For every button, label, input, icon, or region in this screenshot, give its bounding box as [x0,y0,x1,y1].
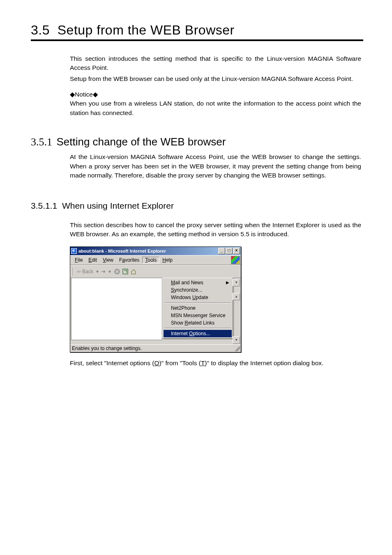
subsubsection-number: 3.5.1.1 [31,201,57,210]
menu-bar: File Edit View Favorites Tools Help [70,255,241,265]
ie-screenshot: about:blank - Microsoft Internet Explore… [70,246,363,352]
tools-dropdown: Mail and News▶ Synchronize... Windows Up… [162,278,233,339]
back-button[interactable]: ⇦ Back [77,269,93,274]
menu-item-show-related-links[interactable]: Show Related Links [164,319,232,327]
dropdown-icon[interactable]: ▾ [107,269,112,274]
menu-item-msn-messenger[interactable]: MSN Messenger Service [164,312,232,319]
menu-separator [164,328,231,329]
subsection-title: Setting change of the WEB browser [56,136,226,148]
window-titlebar[interactable]: about:blank - Microsoft Internet Explore… [70,247,241,255]
home-icon[interactable] [130,268,137,275]
subsection-heading: 3.5.1 Setting change of the WEB browser [31,136,363,148]
svg-rect-1 [123,269,128,274]
notice-label: ◆Notice◆ [70,91,361,98]
submenu-arrow-icon: ▶ [226,280,229,285]
figure-caption: First, select "Internet options (O)" fro… [70,359,363,368]
minimize-button[interactable]: _ [218,248,225,254]
menu-item-windows-update[interactable]: Windows Update [164,294,232,301]
scroll-down-button[interactable]: ▾ [233,336,240,344]
throbber-icon [231,256,240,264]
section-title: Setup from the WEB Browser [58,23,235,37]
resize-grip-icon[interactable] [234,345,240,351]
subsubsection-title: When using Internet Explorer [62,201,174,210]
section-heading: 3.5 Setup from the WEB Browser [31,23,363,38]
intro-paragraph-2: Setup from the WEB browser can be used o… [70,74,361,83]
menu-file[interactable]: File [72,257,85,263]
dropdown-icon[interactable]: ▾ [95,269,100,274]
menu-favorites[interactable]: Favorites [116,257,142,263]
menu-separator [164,302,231,303]
toolbar-grip [73,267,74,276]
menu-item-mail-and-news[interactable]: Mail and News▶ [164,279,232,286]
close-button[interactable]: × [233,248,240,254]
intro-paragraph-1: This section introduces the setting meth… [70,54,361,73]
browser-viewport [71,278,162,340]
section-number: 3.5 [31,23,50,37]
maximize-button[interactable]: □ [226,248,233,254]
menu-help[interactable]: Help [159,257,175,263]
stop-icon[interactable] [114,268,120,275]
heading-rule [31,39,363,41]
subsection-paragraph: At the Linux-version MAGNIA Software Acc… [70,152,361,180]
menu-tools[interactable]: Tools [142,257,159,263]
ie-icon [71,248,77,254]
subsubsection-heading: 3.5.1.1 When using Internet Explorer [31,201,363,211]
subsection-number: 3.5.1 [31,136,52,148]
scroll-up-button[interactable]: ▾ [233,279,240,286]
menu-item-synchronize[interactable]: Synchronize... [164,286,232,294]
menu-item-net2phone[interactable]: Net2Phone [164,304,232,312]
menu-edit[interactable]: Edit [85,257,100,263]
scroll-up-arrow[interactable]: ▴ [233,293,240,300]
window-title: about:blank - Microsoft Internet Explore… [78,249,218,253]
refresh-icon[interactable] [122,268,129,275]
status-bar: Enables you to change settings. [70,344,241,352]
forward-button[interactable]: ➔ [101,269,106,274]
menu-view[interactable]: View [100,257,116,263]
toolbar: ⇦ Back ▾ ➔ ▾ [70,265,241,278]
notice-text: When you use from a wireless LAN station… [70,99,361,117]
status-text: Enables you to change settings. [72,345,142,351]
menu-item-internet-options[interactable]: Internet Options... [164,330,232,337]
subsubsection-paragraph: This section describes how to cancel the… [70,221,361,239]
